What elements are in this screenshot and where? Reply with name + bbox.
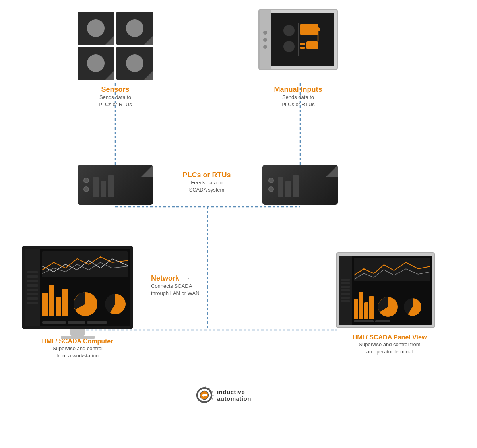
panel-line-chart — [354, 258, 430, 281]
panel-bottom-charts — [354, 283, 430, 319]
status-bar — [87, 321, 107, 324]
sidebar-bar — [27, 293, 38, 295]
connection-lines — [0, 0, 477, 448]
network-label-group: Network → Connects SCADAthrough LAN or W… — [151, 274, 200, 297]
pie-chart-1 — [71, 290, 100, 318]
panel-line-chart-svg — [354, 258, 430, 281]
sensor-cell-3 — [78, 47, 114, 80]
plc-indicators-right — [268, 178, 274, 192]
sensor-cell-2 — [116, 12, 153, 45]
ia-gear-icon — [195, 386, 214, 405]
sidebar-bar — [27, 284, 38, 287]
panel-status-bars — [354, 320, 430, 322]
manual-inputs-title: Manual Inputs — [256, 85, 340, 94]
panel-bar — [341, 282, 350, 284]
panel-bar — [341, 293, 350, 295]
plc-bar-r2 — [285, 181, 291, 197]
panel-bar-chart — [354, 291, 374, 319]
sensors-label: Sensors Sends data toPLCs or RTUs — [78, 85, 153, 108]
computer-pie-charts — [71, 290, 128, 318]
ia-logo: inductive automation — [195, 386, 251, 405]
hmi-computer-label: HMI / SCADA Computer Supervise and contr… — [22, 338, 133, 359]
computer-status-bars — [42, 321, 128, 324]
panel-screen — [336, 252, 435, 328]
monitor-screen — [271, 13, 334, 66]
hmi-panel-title: HMI / SCADA Panel View — [336, 334, 443, 341]
panel-bar — [341, 297, 350, 299]
plc-bar-3 — [108, 175, 114, 197]
sidebar-bar — [27, 275, 38, 278]
plc-left — [78, 165, 153, 207]
plcs-label: PLCs or RTUs Feeds data toSCADA system — [167, 171, 246, 194]
plc-dot-r1 — [268, 178, 274, 183]
bar — [56, 297, 61, 316]
sensor-cell-1 — [78, 12, 114, 45]
pbar — [369, 296, 374, 319]
ia-text: inductive automation — [217, 388, 251, 402]
plc-body-left — [78, 165, 153, 205]
monitor-dot-2 — [263, 38, 267, 42]
svg-point-10 — [316, 27, 320, 31]
computer-main — [40, 249, 130, 326]
computer-line-chart — [42, 251, 128, 277]
network-title: Network — [151, 274, 179, 283]
bar — [42, 293, 48, 316]
hmi-panel-desc: Supervise and control froman operator te… — [336, 341, 443, 355]
panel-main — [352, 256, 432, 325]
panel-screen-inner — [339, 256, 432, 325]
monitor-dot-1 — [263, 31, 267, 35]
pbar — [359, 292, 363, 319]
manual-inputs-icon — [258, 9, 338, 70]
svg-point-14 — [283, 41, 295, 52]
hmi-computer-wrap — [22, 246, 133, 339]
panel-bar — [341, 279, 350, 281]
plc-bars-left — [93, 173, 114, 197]
ia-company-line1: inductive — [217, 388, 251, 395]
sidebar-bar — [27, 297, 38, 300]
computer-screen — [22, 246, 133, 329]
hmi-computer-desc: Supervise and controlfrom a workstation — [22, 345, 133, 359]
plc-body-right — [262, 165, 338, 205]
monitor-left-panel — [260, 10, 271, 69]
plc-indicators-left — [83, 178, 89, 192]
panel-bar — [341, 286, 350, 288]
pbar — [364, 302, 368, 319]
sidebar-bar — [27, 302, 38, 304]
svg-rect-9 — [300, 47, 305, 49]
hmi-diagram-svg — [279, 21, 325, 58]
plc-bars-right — [278, 173, 299, 197]
svg-rect-6 — [300, 24, 318, 35]
status-bar — [42, 321, 66, 324]
monitor-dot-3 — [263, 45, 267, 49]
plc-bar-r1 — [278, 177, 283, 197]
bar — [49, 285, 54, 316]
computer-stand — [70, 329, 85, 336]
panel-sidebar — [339, 256, 352, 325]
plc-dot-1 — [83, 178, 89, 183]
panel-pie-1 — [376, 295, 400, 319]
sensors-title: Sensors — [78, 85, 153, 94]
sensors-desc: Sends data toPLCs or RTUs — [78, 94, 153, 108]
ia-company-line2: automation — [217, 395, 251, 402]
network-desc: Connects SCADAthrough LAN or WAN — [151, 283, 200, 297]
bar — [62, 289, 68, 316]
panel-pie-charts — [376, 295, 423, 319]
computer-sidebar — [25, 249, 40, 326]
status-bar — [68, 321, 85, 324]
svg-rect-7 — [306, 41, 318, 49]
sidebar-bar — [27, 271, 38, 273]
plc-right — [262, 165, 338, 207]
manual-inputs-desc: Sends data toPLCs or RTUs — [256, 94, 340, 108]
plcs-desc: Feeds data toSCADA system — [167, 179, 246, 194]
svg-rect-8 — [300, 43, 305, 45]
status-bar — [354, 320, 374, 322]
plc-bar-1 — [93, 177, 99, 197]
sensors-icon — [78, 12, 153, 80]
panel-pie-2 — [402, 297, 423, 317]
monitor-outer — [258, 9, 338, 70]
panel-bar — [341, 289, 350, 291]
hmi-panel-wrap — [336, 252, 435, 328]
plc-dot-2 — [83, 186, 89, 192]
manual-inputs-label: Manual Inputs Sends data toPLCs or RTUs — [256, 85, 340, 108]
panel-bar — [341, 300, 350, 302]
